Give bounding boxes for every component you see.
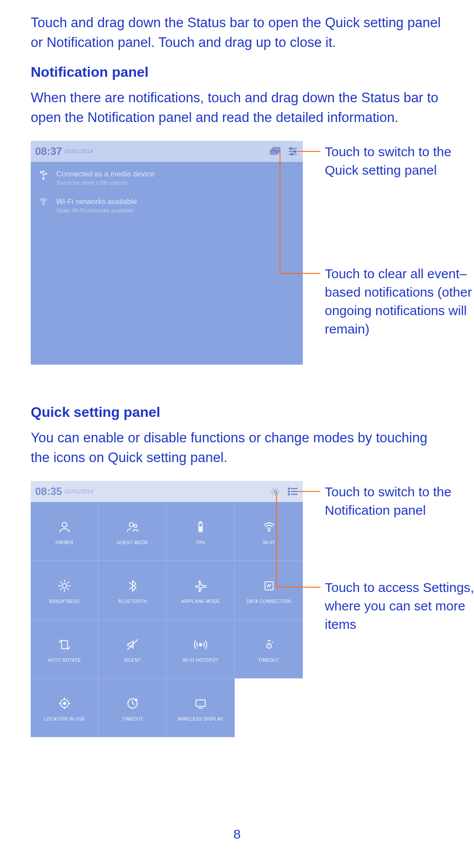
qs-tile-timeout2[interactable]: TIMEOUT xyxy=(99,678,167,737)
qs-tile-battery[interactable]: 70% xyxy=(167,502,235,561)
qs-label: TIMEOUT xyxy=(258,658,280,663)
wifi-icon xyxy=(37,197,50,208)
callout-switch-quick-settings: Touch to switch to the Quick setting pan… xyxy=(325,143,474,179)
qs-tile-owner[interactable]: OWNER xyxy=(31,502,99,561)
qs-label: SILENT xyxy=(124,658,141,663)
wifi-icon xyxy=(262,517,276,537)
section1-body: When there are notifications, touch and … xyxy=(31,88,448,128)
bluetooth-icon xyxy=(126,576,140,595)
qs-tile-brightness[interactable]: BRIGHTNESS xyxy=(31,561,99,620)
svg-point-21 xyxy=(62,522,67,527)
airplane-icon xyxy=(194,576,208,595)
settings-gear-icon[interactable] xyxy=(269,487,281,496)
qs-tile-timeout[interactable]: TIMEOUT xyxy=(235,620,303,678)
qs-label: OWNER xyxy=(56,540,74,545)
qs-tile-wifi[interactable]: WI-FI xyxy=(235,502,303,561)
figure-quick-setting-panel: 08:35 01/01/2014 OWNER GUEST MODE xyxy=(31,481,448,771)
callout-switch-notifications: Touch to switch to the Notification pane… xyxy=(325,483,474,520)
notification-row-usb[interactable]: Connected as a media device Touch for ot… xyxy=(37,170,297,186)
notification-header: 08:37 01/01/2014 xyxy=(31,141,303,162)
quick-setting-panel-mock: 08:35 01/01/2014 OWNER GUEST MODE xyxy=(31,481,303,737)
silent-icon xyxy=(126,635,140,654)
timeout-icon xyxy=(262,635,276,654)
auto-rotate-icon xyxy=(57,635,72,654)
guest-icon xyxy=(126,517,140,537)
svg-point-23 xyxy=(134,524,137,527)
qs-label: WI-FI HOTSPOT xyxy=(183,658,219,663)
qs-label: TIMEOUT xyxy=(122,717,144,721)
clear-all-icon[interactable] xyxy=(269,147,281,156)
notif-time: 08:37 xyxy=(35,145,62,158)
qs-tile-silent[interactable]: SILENT xyxy=(99,620,167,678)
qs-label: AUTO ROTATE xyxy=(48,658,81,663)
person-icon xyxy=(57,517,72,537)
qs-label: WIRELESS DISPLAY xyxy=(178,717,223,721)
qs-tile-hotspot[interactable]: WI-FI HOTSPOT xyxy=(167,620,235,678)
brightness-icon xyxy=(57,576,72,595)
svg-point-6 xyxy=(294,151,295,152)
svg-rect-11 xyxy=(40,172,42,173)
wireless-display-icon xyxy=(194,694,208,713)
svg-rect-50 xyxy=(196,700,205,707)
hotspot-icon xyxy=(194,635,208,654)
callout-clear-notifications: Touch to clear all event–based notificat… xyxy=(325,265,474,338)
qs-tile-guest[interactable]: GUEST MODE xyxy=(99,502,167,561)
svg-point-43 xyxy=(63,702,65,704)
qs-label: BRIGHTNESS xyxy=(49,599,80,604)
qs-label: BLUETOOTH xyxy=(118,599,147,604)
qs-tile-blank xyxy=(235,678,303,737)
svg-point-40 xyxy=(199,643,201,646)
qs-tile-location[interactable]: LOCATION IN USE xyxy=(31,678,99,737)
qs-date: 01/01/2014 xyxy=(65,488,93,495)
notification-list-switch-icon[interactable] xyxy=(287,487,298,496)
page-number: 8 xyxy=(0,827,474,842)
qs-label: WI-FI xyxy=(263,540,275,545)
notif-row1-title: Wi-Fi networks available xyxy=(56,197,137,206)
callout-access-settings: Touch to access Settings, where you can … xyxy=(325,578,474,634)
notif-row0-title: Connected as a media device xyxy=(56,170,154,179)
notification-panel-mock: 08:37 01/01/2014 Connected as a media de… xyxy=(31,141,303,365)
qs-tile-airplane[interactable]: AIRPLANE MODE xyxy=(167,561,235,620)
qs-tiles-grid: OWNER GUEST MODE 70% WI-FI BRIGHTNE xyxy=(31,502,303,737)
intro-text: Touch and drag down the Status bar to op… xyxy=(31,13,448,53)
qs-tile-wireless-display[interactable]: WIRELESS DISPLAY xyxy=(167,678,235,737)
qs-label: LOCATION IN USE xyxy=(44,717,85,721)
qs-tile-bluetooth[interactable]: BLUETOOTH xyxy=(99,561,167,620)
clock-icon xyxy=(126,694,140,713)
svg-point-8 xyxy=(291,153,293,155)
usb-icon xyxy=(37,170,50,182)
figure-notification-panel: 08:37 01/01/2014 Connected as a media de… xyxy=(31,141,448,378)
svg-point-22 xyxy=(129,523,133,527)
qs-label: GUEST MODE xyxy=(117,540,148,545)
svg-point-13 xyxy=(43,204,44,204)
svg-point-10 xyxy=(43,178,44,179)
qs-time: 08:35 xyxy=(35,485,62,498)
svg-line-34 xyxy=(68,588,69,590)
notif-row1-sub: Open Wi-Fi networks available xyxy=(56,207,137,214)
svg-rect-38 xyxy=(61,640,67,649)
svg-rect-26 xyxy=(199,526,201,531)
svg-point-15 xyxy=(288,488,290,489)
svg-point-4 xyxy=(290,147,292,149)
qs-header: 08:35 01/01/2014 xyxy=(31,481,303,502)
qs-tile-rotate[interactable]: AUTO ROTATE xyxy=(31,620,99,678)
svg-point-19 xyxy=(288,494,290,495)
qs-label: 70% xyxy=(196,540,205,545)
svg-line-33 xyxy=(61,581,62,583)
location-icon xyxy=(57,694,72,713)
svg-point-12 xyxy=(46,173,47,174)
svg-point-14 xyxy=(274,490,276,493)
notif-row0-sub: Touch for other USB options xyxy=(56,179,154,186)
data-connection-icon xyxy=(262,576,276,595)
notification-row-wifi[interactable]: Wi-Fi networks available Open Wi-Fi netw… xyxy=(37,197,297,214)
heading-quick-setting-panel: Quick setting panel xyxy=(31,404,448,420)
quick-settings-switch-icon[interactable] xyxy=(287,147,298,156)
battery-icon xyxy=(194,517,208,537)
qs-tile-data[interactable]: DATA CONNECTION xyxy=(235,561,303,620)
qs-label: DATA CONNECTION xyxy=(246,599,291,604)
heading-notification-panel: Notification panel xyxy=(31,64,448,80)
svg-point-27 xyxy=(268,530,269,531)
svg-line-39 xyxy=(127,639,138,650)
svg-line-35 xyxy=(61,588,62,590)
qs-label: AIRPLANE MODE xyxy=(181,599,220,604)
